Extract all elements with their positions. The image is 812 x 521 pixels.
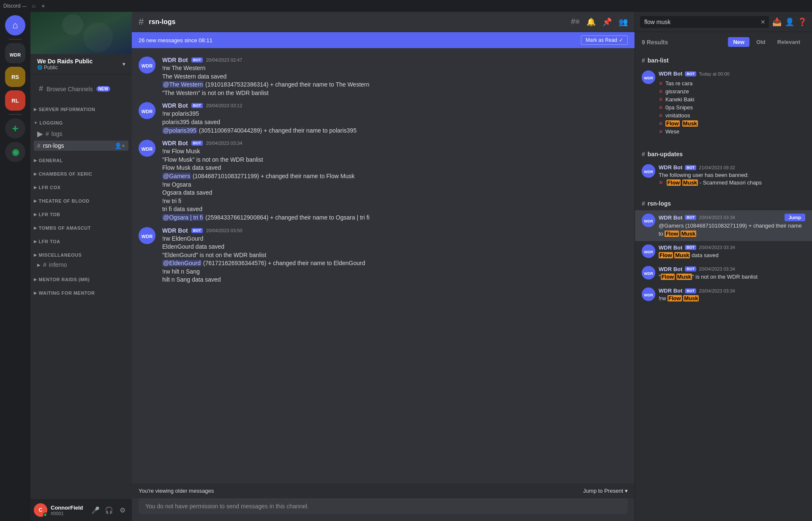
svg-text:WDR: WDR xyxy=(10,52,21,57)
search-result-item[interactable]: WDR WDR Bot BOT Today at 00:00 ✕ Tas re … xyxy=(635,67,812,141)
browse-channels-button[interactable]: # Browse Channels NEW xyxy=(34,81,128,97)
close-button[interactable]: ✕ xyxy=(39,2,47,10)
category-tombs-of-amascut[interactable]: ▶ TOMBS OF AMASCUT xyxy=(30,219,132,232)
arrow-icon: ▶ xyxy=(37,263,41,267)
minimize-button[interactable]: — xyxy=(21,2,28,10)
main-content: # rsn-logs #≡ 🔔 📌 👥 26 new messages sinc… xyxy=(132,12,635,521)
server-icon-discover[interactable]: ◉ xyxy=(5,142,25,162)
list-item: ✕ Tas re cara xyxy=(659,79,798,87)
result-meta: WDR Bot BOT 21/04/2023 09:32 xyxy=(659,164,805,171)
jump-button[interactable]: Jump xyxy=(785,214,805,221)
avatar: WDR xyxy=(642,288,655,301)
result-time: 20/04/2023 03:34 xyxy=(699,266,735,271)
result-text: @Gamers (1084687101083271199) + changed … xyxy=(659,222,805,237)
server-icon-add[interactable]: + xyxy=(5,118,25,138)
avatar: WDR xyxy=(642,244,655,258)
search-result-item[interactable]: WDR WDR Bot BOT 21/04/2023 09:32 The fol… xyxy=(635,161,812,190)
category-general[interactable]: ▶ GENERAL xyxy=(30,151,132,165)
hash-icon: # xyxy=(43,261,46,268)
microphone-button[interactable]: 🎤 xyxy=(90,504,101,516)
message-text: polaris395 data saved xyxy=(162,118,628,127)
chevron-down-icon: ▾ xyxy=(625,488,628,494)
message-content: WDR Bot BOT 20/04/2023 03:50 !rw EldenGo… xyxy=(162,227,628,285)
category-server-information[interactable]: ▶ SERVER INFORMATION xyxy=(30,100,132,114)
ban-list-items: ✕ Tas re cara ✕ gissranze ✕ Kaneki Baki … xyxy=(659,78,805,137)
search-section-header: # ban-list xyxy=(635,54,812,67)
older-messages-bar: You're viewing older messages Jump to Pr… xyxy=(132,483,635,498)
help-icon[interactable]: ❓ xyxy=(798,17,807,27)
bot-badge: BOT xyxy=(685,71,696,76)
avatar: WDR xyxy=(139,102,155,119)
message-text: !rw tri fi xyxy=(162,197,628,206)
result-meta: WDR Bot BOT 20/04/2023 03:34 xyxy=(659,266,805,272)
result-author: WDR Bot xyxy=(659,214,682,221)
search-result-item[interactable]: WDR WDR Bot BOT 20/04/2023 03:34 Jump xyxy=(635,210,812,241)
filter-tab-old[interactable]: Old xyxy=(751,37,771,47)
hash-icon: # xyxy=(642,57,645,64)
search-result-item[interactable]: WDR WDR Bot BOT 20/04/2023 03:34 Flow Mu… xyxy=(635,241,812,263)
search-results-header: 9 Results New Old Relevant xyxy=(635,32,812,50)
section-channel-name: ban-list xyxy=(648,57,669,64)
message-text: @The Western (191018347532386314) + chan… xyxy=(162,81,628,89)
notification-settings-icon[interactable]: 🔔 xyxy=(586,17,596,27)
message-input-area: You do not have permission to send messa… xyxy=(132,498,635,521)
search-clear-button[interactable]: ✕ xyxy=(760,19,766,25)
category-chambers-of-xeric[interactable]: ▶ CHAMBERS OF XERIC xyxy=(30,165,132,178)
mark-as-read-button[interactable]: Mark as Read ✓ xyxy=(581,35,628,45)
channel-list: # Browse Channels NEW ▶ SERVER INFORMATI… xyxy=(30,74,132,499)
message-group: WDR WDR Bot BOT 20/04/2023 02:47 !rw The… xyxy=(132,55,635,99)
server-name: We Do Raids Public xyxy=(37,58,93,65)
message-header: WDR Bot BOT 20/04/2023 03:34 xyxy=(162,140,628,147)
result-text: The following user has been banned: xyxy=(659,171,805,179)
avatar: WDR xyxy=(642,71,655,84)
filter-tab-relevant[interactable]: Relevant xyxy=(772,37,805,47)
server-icon-rl[interactable]: RL xyxy=(5,90,25,111)
settings-button[interactable]: ⚙ xyxy=(117,504,128,516)
category-theatre-of-blood[interactable]: ▶ THEATRE OF BLOOD xyxy=(30,192,132,205)
server-icon-rs[interactable]: RS xyxy=(5,67,25,87)
search-result-item[interactable]: WDR WDR Bot BOT 20/04/2023 03:34 "Flow M… xyxy=(635,263,812,284)
user-discriminator: #0001 xyxy=(51,511,86,516)
channel-item-logs[interactable]: ▶ # logs xyxy=(34,128,128,140)
svg-text:WDR: WDR xyxy=(644,293,653,297)
bot-badge: BOT xyxy=(191,57,203,62)
svg-text:WDR: WDR xyxy=(644,250,653,254)
channel-item-rsn-logs[interactable]: # rsn-logs 👤+ xyxy=(34,141,128,151)
headphone-button[interactable]: 🎧 xyxy=(103,504,115,516)
members-icon[interactable]: 👥 xyxy=(619,17,628,27)
category-miscellaneous[interactable]: ▶ MISCELLANEOUS xyxy=(30,246,132,259)
category-waiting-for-mentor[interactable]: ▶ WAITING FOR MENTOR xyxy=(30,284,132,297)
message-header: WDR Bot BOT 20/04/2023 03:50 xyxy=(162,227,628,234)
pin-icon[interactable]: 📌 xyxy=(602,17,612,27)
message-author: WDR Bot xyxy=(162,102,188,109)
filter-tab-new[interactable]: New xyxy=(728,37,749,47)
avatar: WDR xyxy=(642,164,655,178)
message-text: !rw Ogsara xyxy=(162,181,628,189)
category-mentor-raids[interactable]: ▶ MENTOR RAIDS (MR) xyxy=(30,270,132,284)
member-list-icon[interactable]: 👤 xyxy=(785,17,794,27)
status-indicator xyxy=(43,513,47,517)
search-result-item[interactable]: WDR WDR Bot BOT 20/04/2023 03:34 !rw Flo… xyxy=(635,284,812,306)
inbox-icon[interactable]: 📥 xyxy=(772,17,782,27)
titlebar-title: Discord xyxy=(3,3,21,9)
category-logging[interactable]: ▼ LOGGING xyxy=(30,114,132,127)
message-input: You do not have permission to send messa… xyxy=(139,498,628,514)
search-input[interactable] xyxy=(640,16,769,28)
channel-item-inferno[interactable]: ▶ # inferno xyxy=(34,260,128,270)
maximize-button[interactable]: □ xyxy=(30,2,38,10)
category-lfr-tob[interactable]: ▶ LFR TOB xyxy=(30,205,132,219)
message-text: !rw Flow Musk xyxy=(162,147,628,156)
server-icon-home[interactable]: ⌂ xyxy=(5,15,25,35)
category-lfr-cox[interactable]: ▶ LFR COX xyxy=(30,178,132,192)
search-header: ✕ 📥 👤 ❓ xyxy=(635,12,812,32)
server-icon-wdr[interactable]: WDR xyxy=(5,43,25,63)
search-section-header: # rsn-logs xyxy=(635,197,812,210)
category-lfr-toa[interactable]: ▶ LFR TOA xyxy=(30,232,132,246)
message-text: "EldenGourd" is not on the WDR banlist xyxy=(162,251,628,260)
server-header[interactable]: We Do Raids Public 🌐 Public ▾ xyxy=(30,54,132,74)
threads-icon[interactable]: #≡ xyxy=(571,17,580,26)
user-info: ConnorField #0001 xyxy=(51,505,86,516)
message-timestamp: 20/04/2023 02:47 xyxy=(206,57,243,62)
chevron-down-icon: ▾ xyxy=(123,61,125,67)
jump-to-present-button[interactable]: Jump to Present ▾ xyxy=(583,488,628,494)
